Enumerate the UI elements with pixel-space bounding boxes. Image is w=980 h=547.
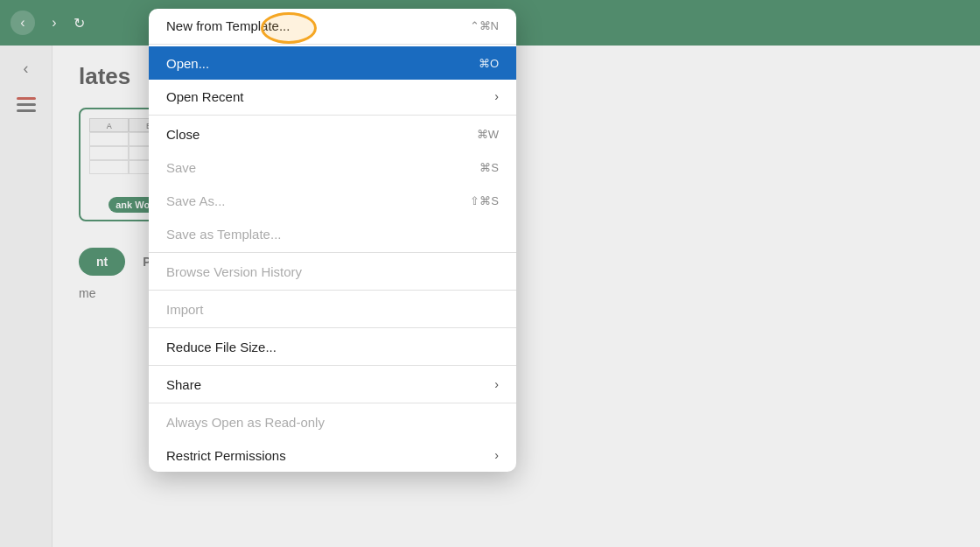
always-open-read-only-label: Always Open as Read-only [166, 415, 325, 430]
separator-5 [149, 327, 516, 328]
restrict-permissions-label: Restrict Permissions [166, 448, 286, 463]
new-from-template-label: New from Template... [166, 18, 290, 33]
menu-item-close[interactable]: Close ⌘W [149, 117, 516, 151]
save-as-shortcut: ⇧⌘S [470, 194, 499, 207]
save-as-label: Save As... [166, 193, 226, 208]
reduce-file-size-label: Reduce File Size... [166, 340, 276, 354]
menu-item-reduce-file-size[interactable]: Reduce File Size... [149, 330, 516, 363]
menu-item-new-from-template[interactable]: New from Template... ⌃⌘N [149, 9, 516, 42]
menu-item-restrict-permissions[interactable]: Restrict Permissions › [149, 438, 516, 472]
separator-6 [149, 365, 516, 366]
menu-item-open[interactable]: Open... ⌘O [149, 46, 516, 80]
open-recent-label: Open Recent [166, 89, 243, 104]
open-label: Open... [166, 56, 209, 71]
save-shortcut: ⌘S [480, 161, 499, 174]
save-label: Save [166, 160, 196, 175]
share-chevron: › [494, 377, 499, 391]
open-shortcut: ⌘O [479, 57, 499, 70]
separator-1 [149, 44, 516, 45]
dropdown-menu: New from Template... ⌃⌘N Open... ⌘O Open… [149, 9, 516, 472]
close-shortcut: ⌘W [477, 128, 499, 141]
menu-item-save-as: Save As... ⇧⌘S [149, 184, 516, 217]
share-label: Share [166, 377, 201, 392]
menu-item-save-as-template: Save as Template... [149, 217, 516, 250]
separator-3 [149, 252, 516, 253]
menu-item-always-open-read-only: Always Open as Read-only [149, 405, 516, 438]
separator-7 [149, 403, 516, 403]
close-label: Close [166, 127, 200, 142]
menu-item-share[interactable]: Share › [149, 368, 516, 401]
import-label: Import [166, 302, 204, 317]
browse-version-history-label: Browse Version History [166, 264, 302, 279]
menu-item-open-recent[interactable]: Open Recent › [149, 80, 516, 113]
restrict-permissions-chevron: › [494, 448, 499, 462]
menu-item-save: Save ⌘S [149, 151, 516, 184]
save-as-template-label: Save as Template... [166, 227, 281, 242]
open-recent-chevron: › [494, 89, 499, 103]
menu-item-import: Import [149, 292, 516, 326]
separator-2 [149, 115, 516, 116]
new-from-template-shortcut: ⌃⌘N [470, 19, 499, 32]
menu-item-browse-version-history: Browse Version History [149, 255, 516, 288]
separator-4 [149, 290, 516, 291]
